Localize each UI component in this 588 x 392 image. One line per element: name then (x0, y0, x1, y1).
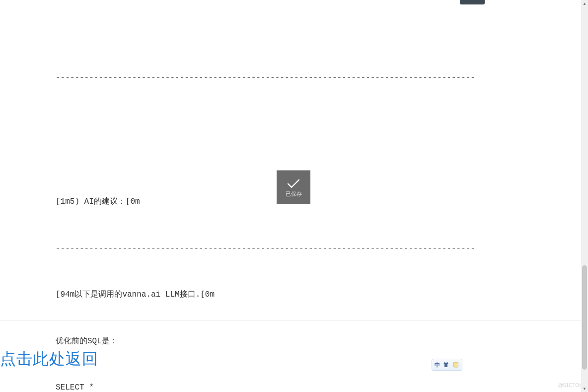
ime-lang-label[interactable]: 中 (435, 361, 440, 369)
code-line: SELECT * (56, 380, 525, 392)
saved-toast: 已保存 (277, 170, 310, 204)
code-line: ----------------------------------------… (56, 70, 525, 85)
code-line: ----------------------------------------… (56, 241, 525, 256)
svg-rect-0 (454, 362, 458, 367)
code-line (56, 156, 525, 163)
ime-note-icon[interactable] (452, 361, 459, 368)
code-line (56, 116, 525, 124)
vertical-scrollbar[interactable]: ▲ ▼ (581, 0, 588, 392)
toast-label: 已保存 (286, 190, 302, 198)
code-line (56, 31, 525, 39)
ime-toolbar[interactable]: 中 (432, 359, 462, 371)
back-link[interactable]: 点击此处返回 (0, 348, 98, 370)
code-line: [94m以下是调用的vanna.ai LLM接口.[0m (56, 287, 525, 303)
scroll-thumb[interactable] (582, 265, 587, 370)
section-divider (0, 320, 586, 320)
check-icon (287, 179, 300, 189)
code-line: 优化前的SQL是： (56, 334, 525, 349)
scroll-down-icon[interactable]: ▼ (581, 385, 588, 392)
scroll-track[interactable] (581, 7, 588, 385)
ime-shirt-icon[interactable] (442, 361, 449, 368)
watermark: @51CTO博 (558, 382, 584, 389)
scroll-up-icon[interactable]: ▲ (581, 0, 588, 7)
